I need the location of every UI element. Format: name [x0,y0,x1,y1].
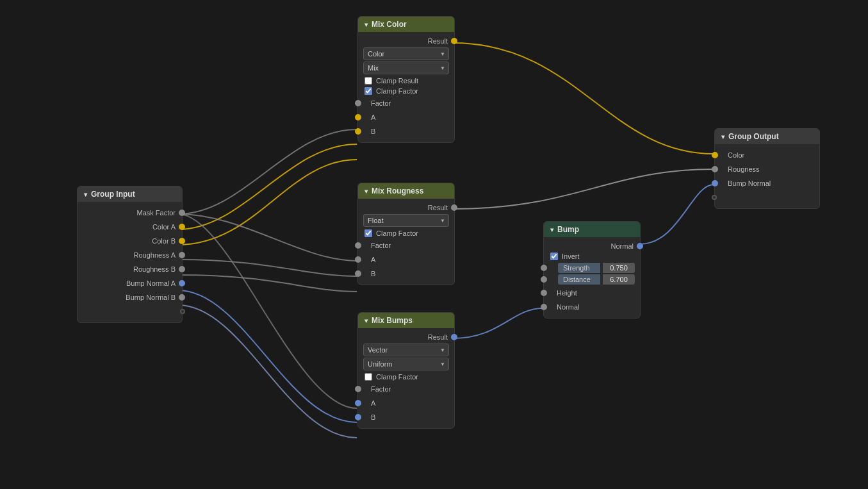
clamp-result-label: Clamp Result [376,77,418,85]
mix-color-collapse[interactable]: ▾ [364,21,368,28]
mix-rougness-dropdown1[interactable]: Float [363,214,449,227]
bump-distance-row[interactable]: Distance 6.700 [549,274,635,285]
bump-invert-label: Invert [562,253,580,260]
output-color-row: Color [715,148,819,162]
mix-rougness-a-row: A [358,253,454,267]
mix-color-body: Result Color Mix Clamp Result Clamp Fact… [358,32,454,142]
bump-height-row: Height [544,286,640,300]
bump-height-socket[interactable] [541,290,547,296]
bump-body: Normal Invert Strength 0.750 Distance 6.… [544,237,640,318]
bump-normal-result-label: Normal [611,242,634,250]
group-output-body: Color Rougness Bump Normal [715,144,819,208]
mix-color-header: ▾ Mix Color [358,17,454,32]
mix-color-a-socket[interactable] [355,114,361,120]
roughness-a-socket[interactable] [179,252,185,258]
output-rougness-label: Rougness [728,165,760,173]
mix-color-dropdown2-wrapper[interactable]: Mix [363,62,449,74]
extra-socket-row [78,304,182,319]
clamp-result-checkbox[interactable] [364,77,372,85]
mix-bumps-dropdown2[interactable]: Uniform [363,358,449,370]
mask-factor-socket[interactable] [179,210,185,216]
extra-socket[interactable] [180,309,185,314]
bump-collapse[interactable]: ▾ [550,226,553,233]
bump-height-label: Height [557,289,577,297]
bump-normal-result-row: Normal [544,241,640,251]
mix-rougness-header: ▾ Mix Rougness [358,183,454,199]
bump-header: ▾ Bump [544,222,640,237]
mix-bumps-result-socket[interactable] [451,334,457,340]
mix-color-result-socket[interactable] [451,38,457,44]
bump-invert-checkbox[interactable] [550,253,558,260]
mix-color-node: ▾ Mix Color Result Color Mix Clamp Resul… [357,16,455,143]
mix-color-result-label: Result [428,37,448,45]
mix-bumps-collapse[interactable]: ▾ [364,317,368,324]
bump-normal-input-label: Normal [557,303,579,311]
bump-distance-socket-left[interactable] [541,276,547,283]
mix-color-b-label: B [371,128,375,135]
mix-rougness-clamp-factor-row: Clamp Factor [358,228,454,238]
group-output-collapse[interactable]: ▾ [721,133,725,140]
roughness-b-row: Roughness B [78,262,182,276]
mix-bumps-dropdown1-wrapper[interactable]: Vector [363,344,449,356]
clamp-factor-checkbox[interactable] [364,87,372,95]
output-extra-socket[interactable] [712,195,717,200]
mix-bumps-clamp-factor-checkbox[interactable] [364,373,372,381]
mix-rougness-factor-socket[interactable] [355,242,361,249]
color-a-row: Color A [78,220,182,234]
bump-strength-value[interactable]: 0.750 [603,263,635,273]
color-b-label: Color B [152,237,176,245]
mix-bumps-node: ▾ Mix Bumps Result Vector Uniform Clamp … [357,312,455,429]
group-output-title: Group Output [728,132,779,141]
bump-normal-input-socket[interactable] [541,304,547,310]
mix-color-factor-socket[interactable] [355,100,361,106]
bump-normal-a-row: Bump Normal A [78,276,182,290]
bump-invert-row: Invert [544,251,640,261]
color-b-socket[interactable] [179,238,185,244]
mix-rougness-collapse[interactable]: ▾ [364,188,368,195]
mix-bumps-b-row: B [358,410,454,424]
mix-color-dropdown2[interactable]: Mix [363,62,449,74]
mask-factor-label: Mask Factor [136,209,176,217]
mix-bumps-a-socket[interactable] [355,400,361,406]
mix-rougness-b-socket[interactable] [355,270,361,277]
mix-color-dropdown1-wrapper[interactable]: Color [363,47,449,60]
color-a-socket[interactable] [179,224,185,230]
output-bump-normal-socket[interactable] [712,180,718,186]
mix-bumps-factor-label: Factor [371,385,391,393]
bump-normal-result-socket[interactable] [637,243,643,249]
mix-color-b-socket[interactable] [355,128,361,135]
mix-bumps-dropdown2-wrapper[interactable]: Uniform [363,358,449,370]
mix-rougness-a-socket[interactable] [355,256,361,263]
bump-normal-a-socket[interactable] [179,280,185,286]
output-color-socket[interactable] [712,152,718,158]
mix-color-a-row: A [358,110,454,124]
bump-normal-b-row: Bump Normal B [78,290,182,304]
roughness-b-socket[interactable] [179,266,185,272]
mix-bumps-factor-socket[interactable] [355,386,361,392]
collapse-arrow[interactable]: ▾ [84,191,87,198]
mix-rougness-dropdown1-wrapper[interactable]: Float [363,214,449,227]
mix-bumps-result-row: Result [358,332,454,342]
mix-color-factor-label: Factor [371,99,391,107]
mix-bumps-b-socket[interactable] [355,414,361,420]
mix-color-factor-row: Factor [358,96,454,110]
output-rougness-socket[interactable] [712,166,718,172]
output-rougness-row: Rougness [715,162,819,176]
bump-strength-socket-left[interactable] [541,265,547,271]
output-bump-normal-row: Bump Normal [715,176,819,190]
mix-bumps-clamp-factor-row: Clamp Factor [358,372,454,382]
group-input-body: Mask Factor Color A Color B Roughness A … [78,202,182,322]
mix-rougness-clamp-factor-checkbox[interactable] [364,229,372,237]
bump-strength-label: Strength [558,263,600,273]
bump-distance-value[interactable]: 6.700 [603,274,635,285]
bump-normal-b-socket[interactable] [179,294,185,301]
output-extra-row [715,190,819,204]
bump-node: ▾ Bump Normal Invert Strength 0.750 Dist… [543,221,641,319]
bump-strength-row[interactable]: Strength 0.750 [549,263,635,273]
roughness-a-label: Roughness A [134,251,176,259]
mix-color-dropdown1[interactable]: Color [363,47,449,60]
mix-bumps-body: Result Vector Uniform Clamp Factor Facto… [358,328,454,428]
mix-bumps-a-row: A [358,396,454,410]
mix-rougness-result-socket[interactable] [451,204,457,211]
mix-bumps-dropdown1[interactable]: Vector [363,344,449,356]
